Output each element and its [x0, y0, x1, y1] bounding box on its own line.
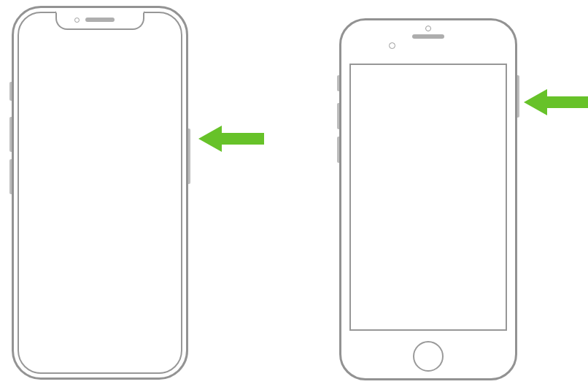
arrow-left-icon: [524, 86, 588, 118]
svg-marker-0: [198, 126, 264, 152]
earpiece-speaker: [412, 34, 444, 39]
proximity-sensor-icon: [425, 26, 431, 31]
front-camera-icon: [74, 18, 80, 23]
phone-screen: [18, 12, 182, 374]
earpiece-speaker: [85, 18, 115, 22]
iphone-home-button: [336, 18, 520, 380]
svg-marker-1: [524, 89, 588, 115]
front-camera-icon: [389, 42, 395, 49]
arrow-left-icon: [198, 123, 264, 155]
iphone-face-id: [9, 6, 191, 380]
phone-screen: [349, 64, 507, 331]
diagram-canvas: [0, 0, 588, 387]
home-button: [413, 341, 444, 372]
